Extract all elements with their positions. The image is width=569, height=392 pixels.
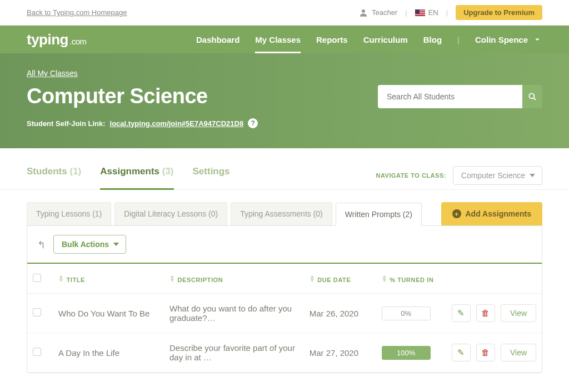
- row-checkbox[interactable]: [33, 348, 41, 356]
- teacher-label[interactable]: Teacher: [358, 8, 397, 18]
- edit-button[interactable]: ✎: [452, 344, 471, 361]
- add-button-label: Add Assignments: [466, 209, 532, 218]
- trash-icon: 🗑: [481, 348, 490, 357]
- nav-class-label: NAVIGATE TO CLASS:: [376, 172, 446, 179]
- self-join-row: Student Self-Join Link: local.typing.com…: [27, 118, 542, 128]
- join-link[interactable]: local.typing.com/join#5E7A947CD21D8: [110, 119, 244, 128]
- sep-icon: |: [457, 35, 460, 44]
- select-all-checkbox[interactable]: [33, 274, 41, 282]
- main-nav: typing .com Dashboard My Classes Reports…: [0, 26, 569, 53]
- page-title: Computer Science: [27, 84, 208, 108]
- nav-reports[interactable]: Reports: [316, 26, 348, 53]
- search-button[interactable]: [522, 85, 542, 108]
- teacher-text: Teacher: [372, 8, 397, 17]
- student-search: [378, 85, 542, 108]
- row-checkbox[interactable]: [33, 308, 41, 316]
- user-name: Colin Spence: [475, 35, 528, 44]
- row-desc: Describe your favorite part of your day …: [164, 333, 304, 373]
- sort-icon[interactable]: ▲▼: [382, 274, 388, 282]
- bulk-row: ↲ Bulk Actions: [27, 226, 542, 263]
- assignments-table: ▲▼TITLE ▲▼DESCRIPTION ▲▼DUE DATE ▲▼% TUR…: [27, 263, 542, 373]
- subtab-typing-assessments[interactable]: Typing Assessments (0): [231, 202, 332, 225]
- sort-icon[interactable]: ▲▼: [310, 274, 316, 282]
- search-icon: [527, 92, 537, 102]
- caret-down-icon: [532, 34, 542, 44]
- tab-label: Students: [27, 166, 67, 177]
- pencil-icon: ✎: [457, 348, 465, 358]
- sep-icon: |: [446, 8, 448, 17]
- utility-bar: Back to Typing.com Homepage Teacher | EN…: [0, 0, 569, 26]
- col-title[interactable]: TITLE: [67, 277, 86, 283]
- row-due: Mar 27, 2020: [304, 333, 376, 373]
- col-desc[interactable]: DESCRIPTION: [178, 277, 223, 283]
- sep-icon: |: [405, 8, 407, 17]
- back-home-link[interactable]: Back to Typing.com Homepage: [27, 8, 127, 17]
- add-assignments-button[interactable]: + Add Assignments: [441, 202, 543, 225]
- subtab-written-prompts[interactable]: Written Prompts (2): [336, 203, 422, 226]
- nav-user-menu[interactable]: Colin Spence: [475, 26, 542, 53]
- bulk-actions-select[interactable]: Bulk Actions: [53, 235, 126, 254]
- us-flag-icon: [415, 9, 425, 16]
- table-row: A Day In the Life Describe your favorite…: [27, 333, 542, 373]
- row-pct: 100%: [382, 346, 431, 360]
- nav-blog[interactable]: Blog: [423, 26, 442, 53]
- logo-suffix: .com: [69, 37, 87, 46]
- nav-my-classes[interactable]: My Classes: [255, 26, 301, 53]
- row-due: Mar 26, 2020: [304, 294, 376, 333]
- logo-text: typing: [27, 31, 68, 48]
- assignments-panel: Typing Lessons (1) Digital Literacy Less…: [27, 202, 542, 373]
- person-icon: [358, 8, 368, 18]
- row-pct: 0%: [382, 306, 431, 320]
- sort-icon[interactable]: ▲▼: [58, 274, 64, 282]
- tab-students[interactable]: Students (1): [27, 162, 81, 189]
- subtab-digital-literacy[interactable]: Digital Literacy Lessons (0): [114, 202, 227, 225]
- svg-point-0: [362, 9, 365, 13]
- tab-count: (1): [69, 166, 81, 177]
- svg-line-2: [533, 98, 536, 100]
- view-button[interactable]: View: [501, 344, 536, 361]
- class-hero: All My Classes Computer Science Student …: [0, 53, 569, 148]
- nav-curriculum[interactable]: Curriculum: [363, 26, 408, 53]
- delete-button[interactable]: 🗑: [476, 344, 495, 361]
- tab-settings[interactable]: Settings: [193, 162, 230, 189]
- view-button[interactable]: View: [501, 304, 536, 322]
- class-select-value: Computer Science: [461, 171, 525, 180]
- row-desc: What do you want to do after you graduat…: [164, 294, 304, 333]
- bulk-label: Bulk Actions: [62, 240, 109, 249]
- edit-button[interactable]: ✎: [452, 304, 471, 322]
- join-label: Student Self-Join Link:: [27, 119, 106, 128]
- col-pct[interactable]: % TURNED IN: [390, 277, 433, 283]
- row-title: Who Do You Want To Be: [53, 294, 164, 333]
- section-tabs: Students (1) Assignments (3) Settings NA…: [0, 148, 569, 190]
- bulk-arrow-icon: ↲: [37, 238, 46, 250]
- pencil-icon: ✎: [457, 308, 465, 318]
- breadcrumb-link[interactable]: All My Classes: [27, 69, 78, 78]
- col-due[interactable]: DUE DATE: [317, 277, 351, 283]
- sort-icon[interactable]: ▲▼: [169, 274, 176, 282]
- language-switch[interactable]: EN: [415, 8, 438, 17]
- help-icon[interactable]: ?: [248, 118, 258, 128]
- delete-button[interactable]: 🗑: [476, 304, 495, 322]
- plus-icon: +: [452, 209, 461, 218]
- svg-point-1: [529, 93, 534, 98]
- class-navigator: NAVIGATE TO CLASS: Computer Science: [376, 166, 542, 185]
- upgrade-button[interactable]: Upgrade to Premium: [456, 5, 542, 20]
- tab-label: Assignments: [100, 166, 159, 177]
- table-row: Who Do You Want To Be What do you want t…: [27, 294, 542, 333]
- tab-label: Settings: [193, 166, 230, 177]
- logo[interactable]: typing .com: [27, 31, 87, 48]
- tab-count: (3): [162, 166, 174, 177]
- lang-text: EN: [428, 8, 438, 17]
- tab-assignments[interactable]: Assignments (3): [100, 162, 173, 189]
- row-title: A Day In the Life: [53, 333, 164, 373]
- search-input[interactable]: [378, 85, 522, 108]
- class-select[interactable]: Computer Science: [453, 166, 542, 185]
- subtab-typing-lessons[interactable]: Typing Lessons (1): [27, 202, 111, 225]
- trash-icon: 🗑: [481, 308, 490, 318]
- nav-dashboard[interactable]: Dashboard: [196, 26, 239, 53]
